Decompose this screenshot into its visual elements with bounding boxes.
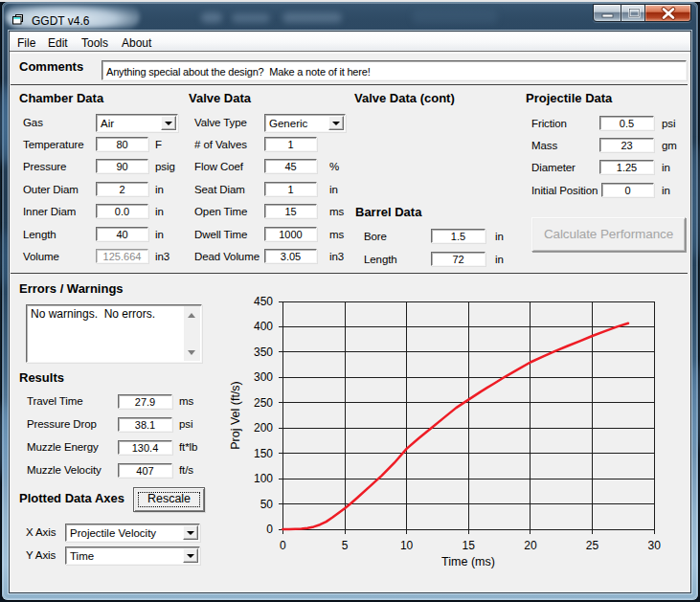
svg-text:Proj Vel (ft/s): Proj Vel (ft/s) bbox=[229, 381, 242, 450]
svg-text:30: 30 bbox=[648, 539, 662, 552]
svg-text:300: 300 bbox=[254, 370, 273, 384]
svg-text:20: 20 bbox=[524, 539, 537, 552]
svg-text:0: 0 bbox=[280, 539, 286, 552]
svg-text:10: 10 bbox=[400, 539, 414, 552]
svg-text:0: 0 bbox=[266, 523, 273, 536]
svg-text:250: 250 bbox=[254, 396, 273, 410]
svg-text:5: 5 bbox=[342, 539, 349, 552]
svg-text:25: 25 bbox=[586, 539, 599, 552]
svg-text:400: 400 bbox=[254, 320, 273, 333]
svg-text:15: 15 bbox=[463, 539, 476, 552]
svg-text:100: 100 bbox=[254, 472, 273, 485]
svg-text:150: 150 bbox=[254, 447, 273, 460]
svg-text:50: 50 bbox=[260, 498, 274, 511]
svg-text:200: 200 bbox=[254, 421, 273, 435]
svg-text:350: 350 bbox=[254, 346, 273, 359]
svg-text:Time (ms): Time (ms) bbox=[441, 555, 495, 569]
svg-text:450: 450 bbox=[254, 295, 273, 308]
